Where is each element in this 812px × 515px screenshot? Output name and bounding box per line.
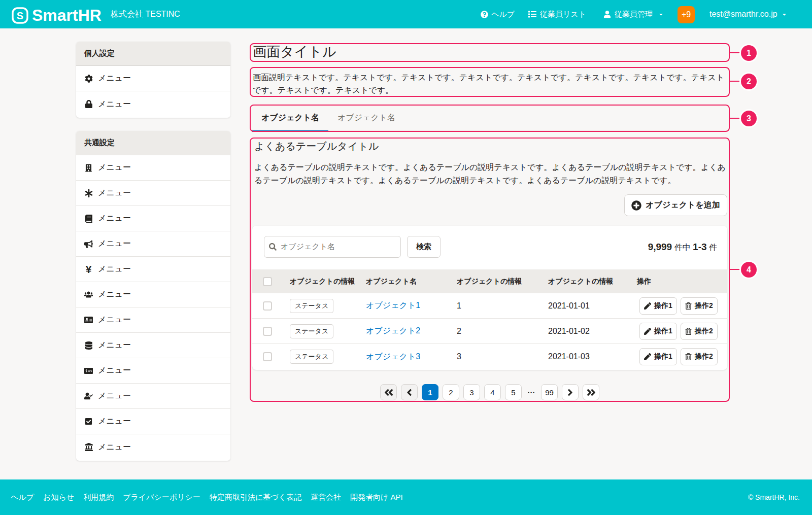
- svg-text:S: S: [17, 10, 23, 21]
